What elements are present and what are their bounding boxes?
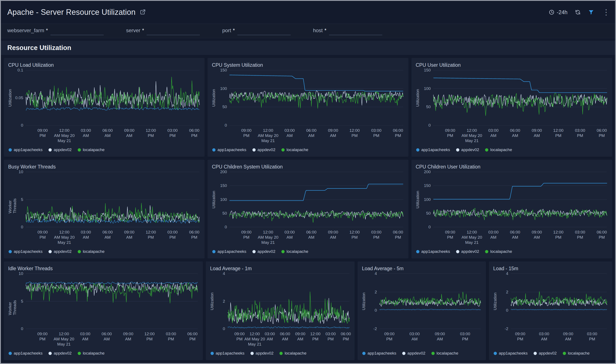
filter-label: port (222, 27, 231, 35)
legend-item-appdev02[interactable]: appdev02 (252, 249, 275, 254)
chart-idle-worker-threads: Worker Threads051009:00PM12:00AM May 20M… (8, 274, 198, 348)
required-mark: * (46, 27, 48, 35)
legend-item-localapache[interactable]: localapache (281, 249, 308, 254)
x-tick-label: 09:00AM (123, 331, 133, 342)
x-tick-label: 03:00PM (371, 230, 381, 240)
y-tick-label: 4 (223, 271, 225, 276)
legend-item-app1apacheeks[interactable]: app1apacheeks (494, 351, 527, 356)
filter-host: host * (313, 26, 382, 35)
legend-item-app1apacheeks[interactable]: app1apacheeks (212, 147, 246, 152)
legend-dot-app1apacheeks (212, 250, 216, 253)
legend-dot-appdev02 (49, 250, 52, 253)
x-tick-label: 03:00PM (325, 331, 336, 342)
y-axis-title: Utilization (210, 292, 214, 310)
x-tick-label: 09:00PM (241, 128, 252, 138)
legend-label: appdev02 (257, 249, 275, 254)
chart-plot[interactable] (433, 172, 607, 227)
legend-item-app1apacheeks[interactable]: app1apacheeks (416, 249, 450, 254)
x-tick-label: 12:00AM May 20May 21 (462, 230, 482, 245)
x-tick-label: 12:00PM (349, 230, 360, 240)
legend-dot-app1apacheeks (9, 352, 12, 355)
legend-item-appdev02[interactable]: appdev02 (456, 249, 479, 254)
legend-item-localapache[interactable]: localapache (281, 147, 308, 152)
legend-item-localapache[interactable]: localapache (485, 249, 512, 254)
x-tick-label: 06:00AM (102, 230, 113, 240)
filter-input-host[interactable] (329, 26, 382, 35)
y-tick-label: 0 (21, 225, 23, 229)
legend-dot-app1apacheeks (362, 352, 366, 355)
filter-port: port * (222, 26, 291, 35)
legend-item-appdev02[interactable]: appdev02 (49, 249, 71, 254)
legend-item-localapache[interactable]: localapache (78, 249, 104, 254)
x-tick-label: 09:00PM (241, 230, 252, 240)
y-tick-label: 10 (19, 271, 23, 276)
chart-plot[interactable] (228, 274, 350, 329)
legend-item-app1apacheeks[interactable]: app1apacheeks (362, 351, 396, 356)
chart-legend: app1apacheeksappdev02localapache (8, 348, 198, 358)
legend-item-app1apacheeks[interactable]: app1apacheeks (416, 147, 450, 152)
chart-plot[interactable] (511, 274, 607, 329)
y-tick-label: 2 (375, 290, 377, 294)
y-tick-label: 200 (424, 169, 431, 174)
legend-label: localapache (83, 147, 104, 152)
legend-item-app1apacheeks[interactable]: app1apacheeks (9, 249, 42, 254)
panel-row-2: Busy Worker Threads Worker Threads051009… (4, 160, 612, 259)
legend-item-localapache[interactable]: localapache (431, 351, 458, 356)
x-tick-label: 06:00PM (187, 331, 198, 342)
chart-plot[interactable] (433, 70, 607, 125)
y-tick-label: -2 (373, 326, 377, 331)
x-tick-label: 06:00PM (597, 230, 607, 240)
x-tick-label: 03:00AM (539, 331, 549, 342)
time-range-button[interactable]: -24h (549, 9, 567, 15)
legend-dot-appdev02 (402, 352, 405, 355)
chart-plot[interactable] (26, 172, 199, 227)
legend-item-localapache[interactable]: localapache (280, 351, 306, 356)
y-tick-label: 0 (223, 326, 225, 331)
x-tick-label: 09:00PM (234, 331, 245, 342)
legend-item-appdev02[interactable]: appdev02 (534, 351, 557, 356)
chart-plot[interactable] (26, 70, 199, 125)
chart-plot[interactable] (230, 70, 403, 125)
y-axis: Worker Threads0510 (8, 274, 26, 329)
chart-busy-worker-threads: Worker Threads051009:00PM12:00AM May 20M… (8, 172, 199, 246)
filter-input-webserver-farm[interactable] (51, 26, 104, 35)
legend-label: appdev02 (256, 351, 273, 356)
refresh-icon[interactable] (575, 9, 581, 15)
legend-dot-localapache (431, 352, 435, 355)
export-icon[interactable] (139, 9, 146, 15)
legend-item-appdev02[interactable]: appdev02 (252, 147, 275, 152)
chart-plot[interactable] (379, 274, 481, 329)
filter-input-server[interactable] (147, 26, 200, 35)
filter-icon[interactable] (588, 9, 594, 15)
chart-cpu-system-utilization: Utilization05010015009:00PM12:00AM May 2… (211, 70, 403, 145)
legend-item-localapache[interactable]: localapache (485, 147, 512, 152)
kebab-menu-icon[interactable]: ⋮ (601, 8, 611, 16)
chart-legend: app1apacheeksappdev02localapache (8, 246, 199, 257)
chart-plot[interactable] (230, 172, 403, 227)
y-tick-label: 50 (222, 211, 227, 216)
legend-item-appdev02[interactable]: appdev02 (49, 351, 71, 356)
legend-item-app1apacheeks[interactable]: app1apacheeks (211, 351, 244, 356)
chart-plot[interactable] (26, 274, 198, 329)
legend-item-appdev02[interactable]: appdev02 (402, 351, 425, 356)
legend-item-app1apacheeks[interactable]: app1apacheeks (9, 147, 42, 152)
legend-item-appdev02[interactable]: appdev02 (250, 351, 273, 356)
y-tick-label: 5 (21, 299, 23, 304)
legend-item-localapache[interactable]: localapache (563, 351, 590, 356)
x-tick-label: 06:00AM (510, 128, 520, 138)
y-axis-title: Utilization (493, 292, 498, 310)
legend-dot-localapache (78, 352, 81, 355)
x-axis: 09:00PM12:00AM May 20May 2103:00AM06:00A… (230, 227, 403, 246)
legend-item-localapache[interactable]: localapache (78, 147, 104, 152)
legend-item-appdev02[interactable]: appdev02 (49, 147, 71, 152)
filter-input-port[interactable] (237, 26, 291, 35)
panel-load-15m: Load - 15m Utilization-202409:00PM03:00A… (489, 261, 612, 360)
legend-item-app1apacheeks[interactable]: app1apacheeks (9, 351, 42, 356)
legend-item-appdev02[interactable]: appdev02 (456, 147, 479, 152)
x-tick-label: 09:00AM (124, 230, 135, 240)
panel-title: CPU User Utilization (416, 62, 607, 68)
legend-label: app1apacheeks (421, 249, 450, 254)
x-tick-label: 12:00PM (349, 128, 360, 138)
legend-item-localapache[interactable]: localapache (78, 351, 104, 356)
legend-item-app1apacheeks[interactable]: app1apacheeks (212, 249, 246, 254)
